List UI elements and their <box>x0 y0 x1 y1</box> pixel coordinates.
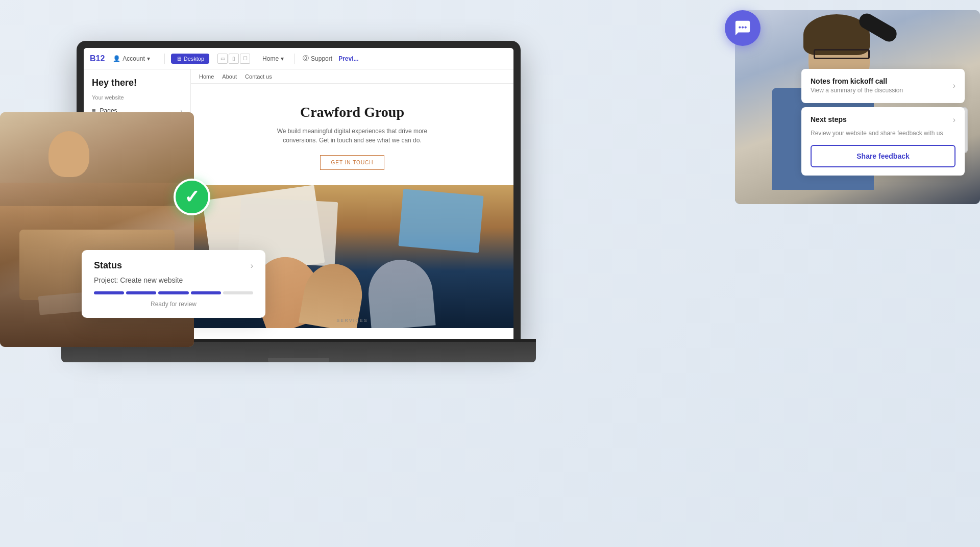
progress-seg-3 <box>158 291 188 294</box>
toolbar-divider-1 <box>164 54 165 64</box>
svg-point-2 <box>745 26 747 28</box>
progress-seg-1 <box>94 291 124 294</box>
chat-bubble-btn[interactable] <box>725 10 761 46</box>
progress-seg-4 <box>191 291 221 294</box>
svg-point-1 <box>742 26 744 28</box>
status-card-header: Status › <box>94 260 253 271</box>
hero-section: Crawford Group We build meaningful digit… <box>191 84 513 185</box>
desktop-btn-label: Desktop <box>184 56 204 62</box>
scene: B12 👤 Account ▾ 🖥 Desktop ▭ ▯ ☐ <box>0 0 980 547</box>
desktop-view-btn[interactable]: 🖥 Desktop <box>171 54 209 64</box>
status-title: Status <box>94 260 122 271</box>
nav-contact[interactable]: Contact us <box>245 73 272 80</box>
nav-about[interactable]: About <box>222 73 237 80</box>
next-steps-title: Next steps <box>811 115 847 123</box>
tablet-icon[interactable]: ▯ <box>229 54 239 64</box>
notes-card-title: Notes from kickoff call <box>811 77 949 85</box>
ready-for-review-text: Ready for review <box>94 301 253 308</box>
home-chevron-icon: ▾ <box>281 55 284 62</box>
right-panel: Notes from kickoff call View a summary o… <box>801 69 965 176</box>
desktop-icon: 🖥 <box>176 56 182 62</box>
status-chevron-icon: › <box>251 261 253 270</box>
tablet-landscape-icon[interactable]: ▭ <box>217 54 228 64</box>
svg-point-0 <box>739 26 741 28</box>
next-steps-card: Next steps › Review your website and sha… <box>801 107 965 176</box>
progress-seg-2 <box>126 291 156 294</box>
hero-subtitle: We build meaningful digital experiences … <box>271 127 434 145</box>
hero-title: Crawford Group <box>201 104 503 120</box>
support-icon: ⓪ <box>303 54 309 63</box>
notes-card[interactable]: Notes from kickoff call View a summary o… <box>801 69 965 103</box>
account-label: Account <box>122 55 144 62</box>
next-steps-header: Next steps › <box>811 115 955 125</box>
support-btn[interactable]: ⓪ Support <box>303 54 332 63</box>
account-menu[interactable]: 👤 Account ▾ <box>113 55 150 62</box>
next-steps-chevron-icon: › <box>953 115 955 125</box>
share-feedback-button[interactable]: Share feedback <box>811 145 955 167</box>
support-label: Support <box>311 55 332 62</box>
your-website-section: Your website <box>84 90 190 103</box>
progress-bar <box>94 291 253 294</box>
status-card[interactable]: Status › Project: Create new website Rea… <box>82 250 265 318</box>
account-chevron-icon: ▾ <box>147 55 150 62</box>
mobile-icon[interactable]: ☐ <box>240 54 250 64</box>
progress-seg-5 <box>223 291 253 294</box>
get-in-touch-btn[interactable]: GET IN TOUCH <box>320 155 384 170</box>
editor-toolbar: B12 👤 Account ▾ 🖥 Desktop ▭ ▯ ☐ <box>84 48 513 69</box>
sidebar-greeting: Hey there! <box>84 78 190 90</box>
nav-home[interactable]: Home <box>199 73 214 80</box>
website-nav: Home About Contact us <box>191 69 513 84</box>
check-circle: ✓ <box>174 179 210 215</box>
b12-logo: B12 <box>90 54 105 63</box>
notes-card-subtitle: View a summary of the discussion <box>811 86 949 95</box>
notes-card-text: Notes from kickoff call View a summary o… <box>811 77 949 95</box>
check-mark-icon: ✓ <box>184 188 200 206</box>
home-btn-label: Home <box>262 55 279 62</box>
home-menu[interactable]: Home ▾ <box>262 55 284 62</box>
account-icon: 👤 <box>113 55 120 62</box>
notes-chevron-icon: › <box>953 81 955 90</box>
preview-btn[interactable]: Previ... <box>338 55 358 62</box>
next-steps-description: Review your website and share feedback w… <box>811 129 955 138</box>
toolbar-divider-2 <box>294 54 295 64</box>
notes-card-row[interactable]: Notes from kickoff call View a summary o… <box>801 69 965 103</box>
view-icon-group: ▭ ▯ ☐ <box>217 54 250 64</box>
status-project-label: Project: Create new website <box>94 276 253 284</box>
chat-bubble-svg-icon <box>734 19 751 37</box>
services-label: SERVICES <box>336 318 368 323</box>
